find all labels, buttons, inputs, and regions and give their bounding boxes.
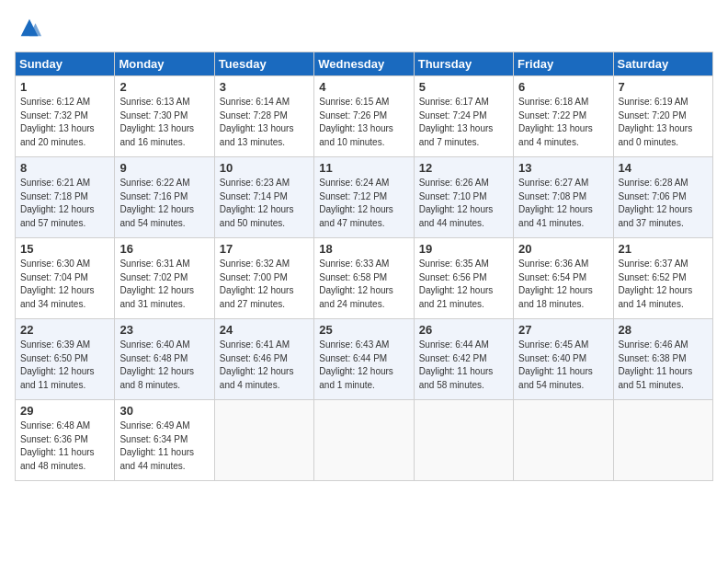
- day-info: Sunrise: 6:27 AMSunset: 7:08 PMDaylight:…: [518, 177, 608, 230]
- day-number: 13: [518, 161, 608, 175]
- day-info: Sunrise: 6:23 AMSunset: 7:14 PMDaylight:…: [220, 177, 309, 230]
- calendar: SundayMondayTuesdayWednesdayThursdayFrid…: [15, 52, 713, 481]
- weekday-header: Sunday: [16, 52, 115, 76]
- day-number: 1: [20, 80, 109, 94]
- calendar-cell: 3Sunrise: 6:14 AMSunset: 7:28 PMDaylight…: [214, 76, 313, 157]
- calendar-cell: 20Sunrise: 6:36 AMSunset: 6:54 PMDayligh…: [514, 238, 613, 319]
- day-info: Sunrise: 6:22 AMSunset: 7:16 PMDaylight:…: [119, 177, 209, 230]
- day-number: 19: [419, 242, 508, 256]
- day-info: Sunrise: 6:18 AMSunset: 7:22 PMDaylight:…: [518, 96, 608, 149]
- calendar-cell: 4Sunrise: 6:15 AMSunset: 7:26 PMDaylight…: [314, 76, 414, 157]
- calendar-cell: 23Sunrise: 6:40 AMSunset: 6:48 PMDayligh…: [115, 319, 214, 400]
- day-number: 20: [518, 242, 608, 256]
- day-info: Sunrise: 6:31 AMSunset: 7:02 PMDaylight:…: [119, 258, 209, 311]
- day-info: Sunrise: 6:37 AMSunset: 6:52 PMDaylight:…: [619, 258, 708, 311]
- day-number: 5: [419, 80, 508, 94]
- day-info: Sunrise: 6:21 AMSunset: 7:18 PMDaylight:…: [20, 177, 109, 230]
- calendar-cell: 28Sunrise: 6:46 AMSunset: 6:38 PMDayligh…: [613, 319, 712, 400]
- day-number: 22: [20, 323, 109, 337]
- day-info: Sunrise: 6:28 AMSunset: 7:06 PMDaylight:…: [619, 177, 708, 230]
- day-info: Sunrise: 6:49 AMSunset: 6:34 PMDaylight:…: [119, 419, 209, 473]
- calendar-cell: [514, 400, 613, 481]
- calendar-cell: 13Sunrise: 6:27 AMSunset: 7:08 PMDayligh…: [514, 157, 613, 238]
- calendar-cell: 27Sunrise: 6:45 AMSunset: 6:40 PMDayligh…: [514, 319, 613, 400]
- day-info: Sunrise: 6:33 AMSunset: 6:58 PMDaylight:…: [319, 258, 408, 311]
- day-number: 18: [319, 242, 408, 256]
- calendar-cell: 30Sunrise: 6:49 AMSunset: 6:34 PMDayligh…: [115, 400, 214, 481]
- calendar-cell: 19Sunrise: 6:35 AMSunset: 6:56 PMDayligh…: [414, 238, 513, 319]
- day-number: 14: [619, 161, 708, 175]
- calendar-week-row: 1Sunrise: 6:12 AMSunset: 7:32 PMDaylight…: [16, 76, 713, 157]
- day-info: Sunrise: 6:12 AMSunset: 7:32 PMDaylight:…: [20, 96, 109, 149]
- day-number: 4: [319, 80, 408, 94]
- day-number: 8: [20, 161, 109, 175]
- day-info: Sunrise: 6:32 AMSunset: 7:00 PMDaylight:…: [220, 258, 309, 311]
- weekday-header: Friday: [514, 52, 613, 76]
- day-number: 21: [619, 242, 708, 256]
- calendar-cell: 22Sunrise: 6:39 AMSunset: 6:50 PMDayligh…: [16, 319, 115, 400]
- calendar-cell: 16Sunrise: 6:31 AMSunset: 7:02 PMDayligh…: [115, 238, 214, 319]
- calendar-cell: [214, 400, 313, 481]
- day-number: 2: [119, 80, 209, 94]
- day-info: Sunrise: 6:14 AMSunset: 7:28 PMDaylight:…: [220, 96, 309, 149]
- day-info: Sunrise: 6:13 AMSunset: 7:30 PMDaylight:…: [119, 96, 209, 149]
- day-number: 29: [20, 404, 109, 418]
- day-info: Sunrise: 6:46 AMSunset: 6:38 PMDaylight:…: [619, 339, 708, 392]
- day-number: 15: [20, 242, 109, 256]
- logo: [15, 15, 42, 40]
- day-number: 24: [220, 323, 309, 337]
- day-info: Sunrise: 6:26 AMSunset: 7:10 PMDaylight:…: [419, 177, 508, 230]
- day-number: 9: [119, 161, 209, 175]
- day-info: Sunrise: 6:19 AMSunset: 7:20 PMDaylight:…: [619, 96, 708, 149]
- weekday-header: Wednesday: [314, 52, 414, 76]
- calendar-cell: 5Sunrise: 6:17 AMSunset: 7:24 PMDaylight…: [414, 76, 513, 157]
- day-number: 11: [319, 161, 408, 175]
- day-number: 12: [419, 161, 508, 175]
- day-info: Sunrise: 6:44 AMSunset: 6:42 PMDaylight:…: [419, 339, 508, 392]
- day-number: 25: [319, 323, 408, 337]
- day-number: 27: [518, 323, 608, 337]
- weekday-header: Monday: [115, 52, 214, 76]
- calendar-cell: 15Sunrise: 6:30 AMSunset: 7:04 PMDayligh…: [16, 238, 115, 319]
- main-container: SundayMondayTuesdayWednesdayThursdayFrid…: [0, 0, 728, 488]
- day-info: Sunrise: 6:39 AMSunset: 6:50 PMDaylight:…: [20, 339, 109, 392]
- calendar-cell: 1Sunrise: 6:12 AMSunset: 7:32 PMDaylight…: [16, 76, 115, 157]
- day-number: 23: [119, 323, 209, 337]
- day-number: 26: [419, 323, 508, 337]
- day-number: 16: [119, 242, 209, 256]
- calendar-cell: [314, 400, 414, 481]
- calendar-cell: 8Sunrise: 6:21 AMSunset: 7:18 PMDaylight…: [16, 157, 115, 238]
- calendar-week-row: 22Sunrise: 6:39 AMSunset: 6:50 PMDayligh…: [16, 319, 713, 400]
- calendar-cell: 24Sunrise: 6:41 AMSunset: 6:46 PMDayligh…: [214, 319, 313, 400]
- calendar-week-row: 15Sunrise: 6:30 AMSunset: 7:04 PMDayligh…: [16, 238, 713, 319]
- calendar-week-row: 8Sunrise: 6:21 AMSunset: 7:18 PMDaylight…: [16, 157, 713, 238]
- day-info: Sunrise: 6:35 AMSunset: 6:56 PMDaylight:…: [419, 258, 508, 311]
- calendar-header: SundayMondayTuesdayWednesdayThursdayFrid…: [16, 52, 713, 76]
- day-number: 3: [220, 80, 309, 94]
- day-info: Sunrise: 6:43 AMSunset: 6:44 PMDaylight:…: [319, 339, 408, 392]
- weekday-header: Saturday: [613, 52, 712, 76]
- calendar-cell: [414, 400, 513, 481]
- day-number: 30: [119, 404, 209, 418]
- day-number: 17: [220, 242, 309, 256]
- day-number: 28: [619, 323, 708, 337]
- calendar-cell: 14Sunrise: 6:28 AMSunset: 7:06 PMDayligh…: [613, 157, 712, 238]
- calendar-week-row: 29Sunrise: 6:48 AMSunset: 6:36 PMDayligh…: [16, 400, 713, 481]
- calendar-cell: 7Sunrise: 6:19 AMSunset: 7:20 PMDaylight…: [613, 76, 712, 157]
- day-info: Sunrise: 6:48 AMSunset: 6:36 PMDaylight:…: [20, 419, 109, 473]
- logo-icon: [17, 15, 42, 40]
- calendar-cell: 6Sunrise: 6:18 AMSunset: 7:22 PMDaylight…: [514, 76, 613, 157]
- calendar-cell: 11Sunrise: 6:24 AMSunset: 7:12 PMDayligh…: [314, 157, 414, 238]
- day-number: 6: [518, 80, 608, 94]
- header: [15, 15, 713, 40]
- day-number: 10: [220, 161, 309, 175]
- day-info: Sunrise: 6:36 AMSunset: 6:54 PMDaylight:…: [518, 258, 608, 311]
- calendar-cell: 18Sunrise: 6:33 AMSunset: 6:58 PMDayligh…: [314, 238, 414, 319]
- calendar-cell: 29Sunrise: 6:48 AMSunset: 6:36 PMDayligh…: [16, 400, 115, 481]
- day-info: Sunrise: 6:15 AMSunset: 7:26 PMDaylight:…: [319, 96, 408, 149]
- calendar-cell: 12Sunrise: 6:26 AMSunset: 7:10 PMDayligh…: [414, 157, 513, 238]
- calendar-cell: 9Sunrise: 6:22 AMSunset: 7:16 PMDaylight…: [115, 157, 214, 238]
- calendar-cell: 26Sunrise: 6:44 AMSunset: 6:42 PMDayligh…: [414, 319, 513, 400]
- day-info: Sunrise: 6:40 AMSunset: 6:48 PMDaylight:…: [119, 339, 209, 392]
- weekday-header: Thursday: [414, 52, 513, 76]
